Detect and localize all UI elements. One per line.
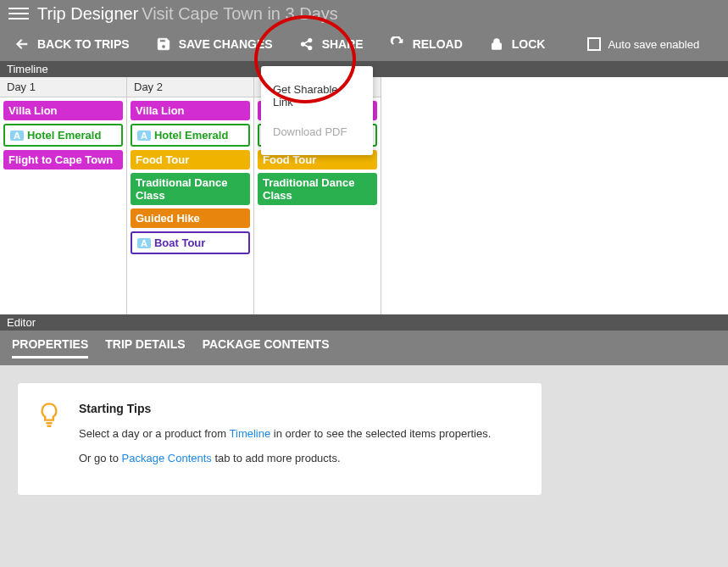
share-icon (298, 36, 315, 53)
card-tag: A (137, 238, 151, 248)
card-label: Traditional Dance Class (263, 176, 372, 202)
timeline-card[interactable]: Flight to Cape Town (3, 150, 123, 170)
timeline-link[interactable]: Timeline (230, 427, 271, 440)
app-title: Trip Designer (37, 4, 138, 23)
get-sharable-link-item[interactable]: Get Sharable Link (261, 75, 373, 117)
tips-line-1: Select a day or a product from Timeline … (79, 427, 491, 440)
timeline-card[interactable]: AHotel Emerald (3, 124, 123, 147)
lock-label: LOCK (512, 37, 546, 51)
card-label: Boat Tour (154, 236, 205, 249)
save-label: SAVE CHANGES (179, 37, 273, 51)
reload-label: RELOAD (413, 37, 463, 51)
timeline-card[interactable]: Food Tour (131, 150, 250, 170)
download-pdf-item[interactable]: Download PDF (261, 117, 373, 147)
share-dropdown: Get Sharable Link Download PDF (261, 66, 373, 155)
timeline-card[interactable]: Traditional Dance Class (131, 173, 250, 205)
arrow-left-icon (14, 36, 31, 53)
package-contents-link[interactable]: Package Contents (122, 452, 212, 464)
hamburger-menu[interactable] (8, 3, 29, 24)
day-header[interactable]: Day 2 (127, 77, 253, 97)
card-label: Food Tour (263, 153, 316, 166)
card-label: Hotel Emerald (154, 129, 228, 142)
tab-package-contents[interactable]: PACKAGE CONTENTS (203, 337, 330, 359)
card-label: Food Tour (136, 153, 189, 166)
tab-trip-details[interactable]: TRIP DETAILS (105, 337, 185, 359)
card-label: Traditional Dance Class (136, 176, 245, 202)
save-button[interactable]: SAVE CHANGES (155, 36, 273, 53)
tab-properties[interactable]: PROPERTIES (12, 337, 88, 359)
card-label: Villa Lion (136, 104, 185, 117)
reload-button[interactable]: RELOAD (389, 36, 463, 53)
day-column[interactable]: Day 1Villa LionAHotel EmeraldFlight to C… (0, 77, 127, 314)
day-header[interactable]: Day 1 (0, 77, 126, 97)
trip-name: Visit Cape Town in 3 Days (142, 4, 338, 23)
lightbulb-icon (36, 402, 62, 476)
timeline-card[interactable]: Traditional Dance Class (258, 173, 377, 205)
share-button[interactable]: SHARE (298, 36, 364, 53)
card-tag: A (137, 131, 151, 141)
card-label: Flight to Cape Town (8, 153, 113, 166)
timeline-card[interactable]: Guided Hike (131, 208, 250, 228)
lock-button[interactable]: LOCK (488, 36, 546, 53)
timeline-card[interactable]: Villa Lion (131, 101, 250, 120)
svg-rect-3 (492, 43, 502, 49)
day-column[interactable]: Day 2Villa LionAHotel EmeraldFood TourTr… (127, 77, 254, 314)
lock-icon (488, 36, 505, 53)
back-button[interactable]: BACK TO TRIPS (14, 36, 130, 53)
timeline-card[interactable]: AHotel Emerald (131, 124, 250, 147)
tips-heading: Starting Tips (79, 402, 491, 415)
card-label: Hotel Emerald (27, 129, 101, 142)
tips-line-2: Or go to Package Contents tab to add mor… (79, 452, 491, 464)
editor-section-label: Editor (0, 314, 728, 331)
autosave-label: Auto save enabled (608, 38, 699, 51)
timeline-card[interactable]: Villa Lion (3, 101, 123, 120)
editor-tabs: PROPERTIES TRIP DETAILS PACKAGE CONTENTS (0, 331, 728, 365)
save-icon (155, 36, 172, 53)
autosave-checkbox[interactable] (587, 37, 601, 51)
reload-icon (389, 36, 406, 53)
timeline-card[interactable]: ABoat Tour (131, 231, 250, 254)
back-label: BACK TO TRIPS (37, 37, 130, 51)
card-tag: A (10, 131, 24, 141)
share-label: SHARE (322, 37, 364, 51)
card-label: Guided Hike (136, 212, 200, 225)
card-label: Villa Lion (8, 104, 58, 117)
starting-tips-card: Starting Tips Select a day or a product … (17, 382, 542, 496)
